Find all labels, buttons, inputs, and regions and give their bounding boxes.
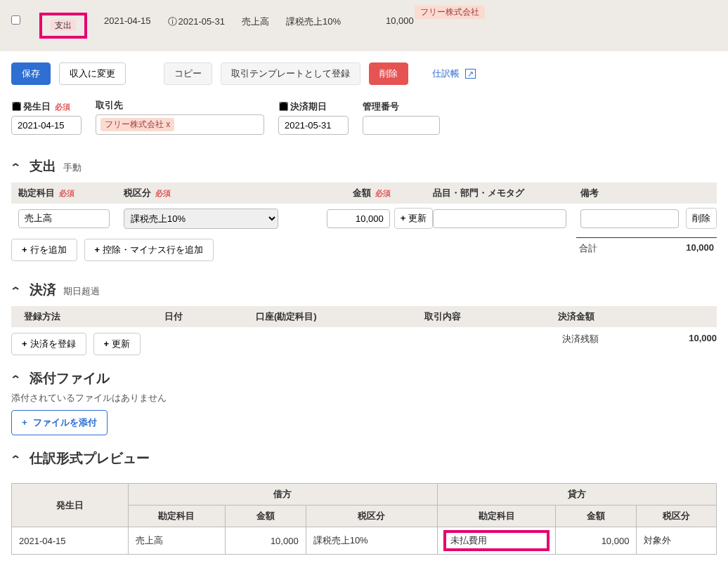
jh-credit: 貸方 bbox=[438, 484, 717, 506]
mgmt-input[interactable] bbox=[363, 116, 440, 135]
tax-select[interactable]: 課税売上10% bbox=[124, 209, 278, 229]
col-account: 勘定科目 必須 bbox=[18, 187, 124, 199]
row-delete-button[interactable]: 削除 bbox=[686, 208, 717, 229]
add-neg-button[interactable]: 控除・マイナス行を追加 bbox=[84, 239, 214, 261]
attachments-section: 添付ファイル 添付されているファイルはありません ファイルを添付 bbox=[0, 369, 728, 435]
external-icon bbox=[462, 68, 476, 79]
expense-row: 課税売上10% + 更新 削除 bbox=[11, 204, 717, 233]
settlement-section: 決済期日超過 bbox=[0, 267, 728, 306]
col-tags: 品目・部門・メモタグ bbox=[433, 187, 580, 199]
summary-amount: 10,000 bbox=[386, 13, 414, 26]
settlement-heading[interactable]: 決済期日超過 bbox=[11, 281, 717, 299]
calendar-icon bbox=[278, 101, 290, 112]
summary-bar: 支出 2021-04-15 2021-05-31 売上高 課税売上10% 10,… bbox=[0, 0, 728, 51]
credit-account-cell: 未払費用 bbox=[438, 527, 556, 555]
col-tax: 税区分 必須 bbox=[124, 187, 292, 199]
note-input[interactable] bbox=[580, 209, 679, 228]
date-input[interactable] bbox=[11, 116, 82, 135]
header-form: 発生日 必須 取引先 フリー株式会社 x 決済期日 管理番号 bbox=[0, 96, 728, 143]
jh-debit: 借方 bbox=[128, 484, 437, 506]
expense-heading[interactable]: 支出手動 bbox=[11, 157, 717, 176]
account-input[interactable] bbox=[18, 209, 110, 228]
summary-due: 2021-05-31 bbox=[168, 13, 226, 28]
caret-icon bbox=[11, 282, 22, 298]
journal-section: 仕訳形式プレビュー bbox=[0, 435, 728, 475]
type-chip: 支出 bbox=[51, 20, 76, 31]
jh-date: 発生日 bbox=[12, 484, 129, 527]
journal-link[interactable]: 仕訳帳 bbox=[432, 67, 476, 80]
template-button[interactable]: 取引テンプレートとして登録 bbox=[221, 62, 360, 85]
attachments-heading[interactable]: 添付ファイル bbox=[11, 369, 717, 388]
expense-header: 勘定科目 必須 税区分 必須 金額 必須 品目・部門・メモタグ 備考 bbox=[11, 183, 717, 204]
date-label: 発生日 必須 bbox=[11, 100, 82, 113]
amount-input[interactable] bbox=[327, 209, 390, 228]
expense-total: 合計 10,000 bbox=[576, 237, 717, 267]
col-note: 備考 bbox=[580, 187, 686, 199]
journal-heading[interactable]: 仕訳形式プレビュー bbox=[11, 449, 717, 468]
switch-button[interactable]: 収入に変更 bbox=[59, 62, 126, 85]
due-input[interactable] bbox=[278, 116, 349, 135]
add-settlement-button[interactable]: 決済を登録 bbox=[11, 333, 86, 355]
summary-partner: フリー株式会社 bbox=[415, 6, 485, 19]
row-checkbox[interactable] bbox=[11, 15, 20, 25]
journal-row: 2021-04-15 売上高 10,000 課税売上10% 未払費用 10,00… bbox=[12, 527, 717, 555]
tags-input[interactable] bbox=[433, 209, 566, 228]
partner-chip[interactable]: フリー株式会社 x bbox=[100, 118, 174, 131]
delete-button[interactable]: 削除 bbox=[369, 62, 408, 85]
settlement-header: 登録方法 日付 口座(勘定科目) 取引内容 決済金額 bbox=[11, 306, 717, 327]
settlement-balance: 決済残額 10,000 bbox=[562, 333, 717, 361]
add-row-button[interactable]: 行を追加 bbox=[11, 239, 77, 261]
row-update-button[interactable]: + 更新 bbox=[394, 208, 433, 229]
summary-date: 2021-04-15 bbox=[104, 13, 151, 26]
refresh-settlement-button[interactable]: 更新 bbox=[93, 333, 141, 355]
caret-icon bbox=[11, 159, 22, 174]
expense-section: 支出手動 bbox=[0, 143, 728, 183]
journal-table: 発生日 借方 貸方 勘定科目 金額 税区分 勘定科目 金額 税区分 2021-0… bbox=[11, 483, 717, 555]
mgmt-label: 管理番号 bbox=[363, 100, 440, 113]
summary-tax: 課税売上10% bbox=[286, 13, 341, 28]
attach-file-button[interactable]: ファイルを添付 bbox=[11, 410, 108, 435]
highlight-credit-account: 未払費用 bbox=[443, 530, 550, 551]
info-icon bbox=[168, 16, 178, 27]
highlight-type: 支出 bbox=[39, 13, 87, 39]
due-label: 決済期日 bbox=[278, 100, 349, 113]
copy-button[interactable]: コピー bbox=[164, 62, 212, 85]
summary-account: 売上高 bbox=[242, 13, 269, 28]
calendar-icon bbox=[11, 101, 23, 112]
caret-icon bbox=[11, 371, 22, 386]
save-button[interactable]: 保存 bbox=[11, 62, 51, 85]
caret-icon bbox=[11, 451, 22, 466]
col-amount: 金額 必須 bbox=[292, 187, 433, 199]
attachments-empty: 添付されているファイルはありません bbox=[11, 392, 717, 404]
partner-label: 取引先 bbox=[96, 99, 264, 112]
partner-input[interactable]: フリー株式会社 x bbox=[96, 114, 264, 135]
action-bar: 保存 収入に変更 コピー 取引テンプレートとして登録 削除 仕訳帳 bbox=[0, 51, 728, 96]
